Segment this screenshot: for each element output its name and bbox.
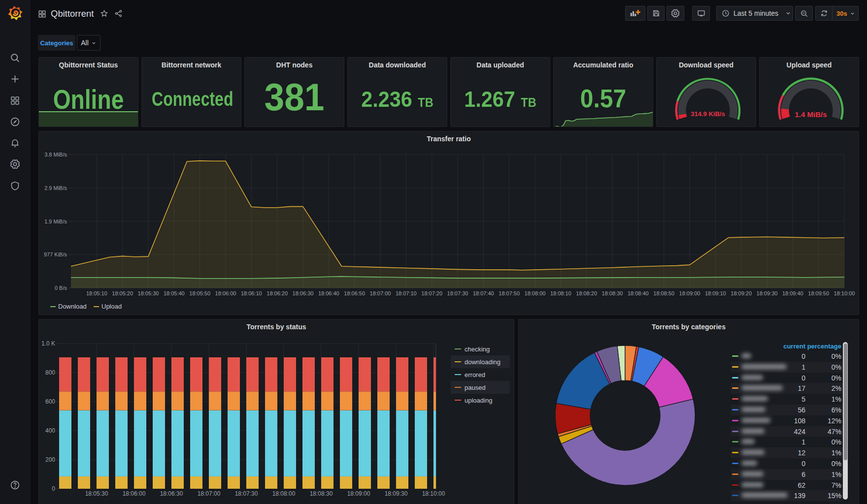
svg-text:2.9 MiB/s: 2.9 MiB/s: [44, 185, 67, 191]
svg-text:18:06:50: 18:06:50: [344, 290, 365, 296]
svg-text:600: 600: [45, 398, 55, 405]
svg-text:18:08:40: 18:08:40: [628, 290, 649, 296]
svg-text:18:07:30: 18:07:30: [447, 290, 468, 296]
svg-text:18:09:30: 18:09:30: [385, 490, 408, 497]
svg-text:18:08:10: 18:08:10: [550, 290, 571, 296]
svg-text:18:05:10: 18:05:10: [86, 290, 107, 296]
svg-text:18:06:30: 18:06:30: [293, 290, 314, 296]
svg-text:0: 0: [52, 485, 55, 492]
svg-text:18:05:50: 18:05:50: [189, 290, 210, 296]
svg-text:18:07:00: 18:07:00: [370, 290, 391, 296]
svg-text:18:07:10: 18:07:10: [396, 290, 417, 296]
svg-text:18:10:00: 18:10:00: [422, 490, 445, 497]
svg-text:paused: paused: [465, 384, 486, 391]
svg-text:18:09:00: 18:09:00: [679, 290, 700, 296]
svg-text:18:09:00: 18:09:00: [347, 490, 370, 497]
svg-text:3.8 MiB/s: 3.8 MiB/s: [44, 152, 67, 158]
svg-text:0 B/s: 0 B/s: [55, 285, 67, 291]
svg-text:18:08:00: 18:08:00: [272, 490, 296, 497]
svg-text:18:10:00: 18:10:00: [834, 290, 855, 296]
svg-text:18:08:20: 18:08:20: [576, 290, 597, 296]
svg-text:800: 800: [45, 369, 55, 376]
svg-text:18:07:40: 18:07:40: [473, 290, 494, 296]
svg-text:18:09:50: 18:09:50: [808, 290, 829, 296]
svg-text:Download: Download: [58, 303, 87, 310]
svg-text:977 KiB/s: 977 KiB/s: [44, 252, 67, 257]
svg-text:18:09:10: 18:09:10: [705, 290, 726, 296]
svg-text:uploading: uploading: [465, 397, 492, 404]
svg-text:314.9 KiB/s: 314.9 KiB/s: [691, 110, 725, 118]
svg-text:18:07:50: 18:07:50: [499, 290, 520, 296]
svg-text:Upload: Upload: [101, 303, 122, 310]
svg-text:18:07:30: 18:07:30: [235, 490, 258, 497]
svg-text:18:09:20: 18:09:20: [731, 290, 752, 296]
svg-text:18:06:00: 18:06:00: [215, 290, 236, 296]
svg-text:18:06:10: 18:06:10: [241, 290, 262, 296]
svg-text:downloading: downloading: [465, 358, 500, 366]
svg-text:1.9 MiB/s: 1.9 MiB/s: [44, 219, 67, 224]
svg-text:200: 200: [45, 456, 55, 463]
svg-text:18:06:00: 18:06:00: [123, 490, 146, 497]
svg-text:1.4 MiB/s: 1.4 MiB/s: [795, 110, 827, 119]
svg-text:18:09:40: 18:09:40: [782, 290, 803, 296]
svg-text:18:07:00: 18:07:00: [198, 490, 221, 497]
svg-text:18:08:30: 18:08:30: [602, 290, 623, 296]
svg-text:18:08:00: 18:08:00: [525, 290, 546, 296]
svg-text:400: 400: [45, 427, 55, 434]
svg-text:18:08:30: 18:08:30: [310, 490, 333, 497]
svg-text:18:07:20: 18:07:20: [421, 290, 442, 296]
svg-text:18:09:30: 18:09:30: [757, 290, 778, 296]
svg-text:18:06:40: 18:06:40: [318, 290, 339, 296]
svg-text:18:05:40: 18:05:40: [164, 290, 185, 296]
svg-text:checking: checking: [465, 346, 490, 353]
svg-text:18:08:50: 18:08:50: [653, 290, 674, 296]
svg-text:1.0 K: 1.0 K: [41, 340, 55, 347]
svg-text:18:06:20: 18:06:20: [267, 290, 288, 296]
svg-text:18:06:30: 18:06:30: [160, 490, 183, 497]
svg-text:18:05:30: 18:05:30: [138, 290, 159, 296]
svg-text:errored: errored: [465, 371, 485, 378]
svg-text:18:05:30: 18:05:30: [85, 490, 108, 497]
svg-text:18:05:20: 18:05:20: [112, 290, 133, 296]
